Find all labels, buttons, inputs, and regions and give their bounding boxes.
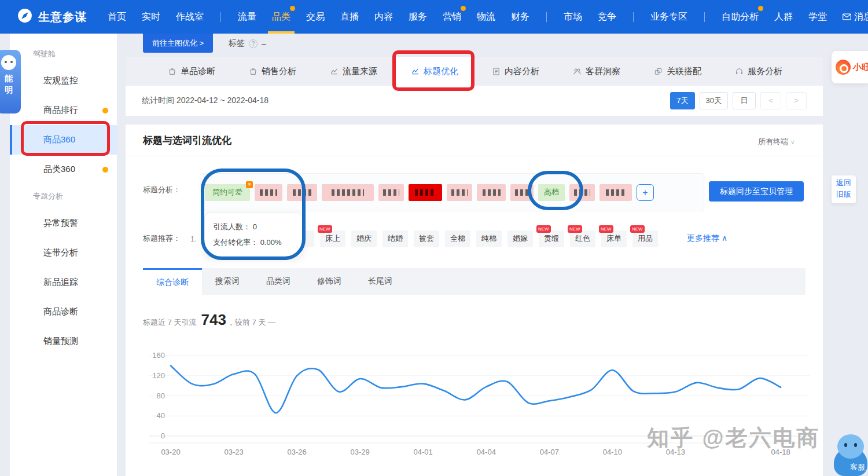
tab-customer-insight[interactable]: 客群洞察: [556, 57, 637, 86]
sidebar-item[interactable]: 商品排行: [10, 96, 117, 125]
title-keyword-tag[interactable]: ✕: [378, 184, 404, 201]
tab-related-match[interactable]: 关联搭配: [637, 57, 718, 86]
subtab[interactable]: 长尾词: [355, 268, 406, 295]
sync-title-button[interactable]: 标题同步至宝贝管理: [709, 181, 804, 202]
range-button[interactable]: 30天: [700, 92, 728, 109]
recommend-index: 1.: [190, 235, 197, 243]
title-keyword-tag[interactable]: ✕: [255, 184, 282, 201]
recommend-keyword-tag[interactable]: NEW 红色: [570, 230, 595, 247]
sidebar-item[interactable]: 异常预警: [10, 208, 117, 238]
sidebar-section-header: 专题分析: [33, 191, 63, 202]
title-keyword-tag[interactable]: ✕: [569, 184, 595, 201]
recommend-keyword-tag[interactable]: NEW 被套: [414, 230, 439, 247]
brand[interactable]: 生意参谋: [17, 8, 87, 25]
assistant-widget[interactable]: 能 明: [0, 50, 21, 113]
nav-item[interactable]: 作战室: [176, 0, 204, 34]
nav-item[interactable]: [704, 12, 705, 22]
sidebar-item[interactable]: 驾驶舱: [10, 42, 117, 66]
nav-item[interactable]: 物流: [477, 0, 495, 34]
title-keyword-tag[interactable]: ✕: [510, 184, 534, 201]
nav-item[interactable]: 营销: [443, 0, 461, 34]
recommend-keyword-tag[interactable]: NEW 结婚: [382, 230, 408, 247]
subtab[interactable]: 品类词: [253, 268, 304, 295]
sidebar-item-label: 异常预警: [43, 218, 78, 229]
nav-item[interactable]: 交易: [306, 0, 325, 34]
nav-item[interactable]: 人群: [774, 0, 793, 34]
tab-service-analysis[interactable]: 服务分析: [718, 57, 799, 86]
tab-sales-analysis[interactable]: 销售分析: [232, 57, 313, 86]
title-keyword-tag[interactable]: ✕: [287, 184, 317, 201]
tag-label: 全棉: [450, 233, 465, 244]
help-icon[interactable]: ?: [249, 39, 258, 48]
sidebar-item[interactable]: 商品360: [10, 125, 117, 155]
subtab[interactable]: 综合诊断: [143, 268, 202, 295]
recommend-keyword-tag[interactable]: NEW 婚嫁: [507, 230, 533, 247]
subtab[interactable]: 搜索词: [202, 268, 253, 295]
add-tag-button[interactable]: +: [637, 184, 654, 201]
svg-text:03-20: 03-20: [161, 448, 180, 456]
range-button[interactable]: 7天: [670, 92, 694, 109]
nav-item[interactable]: 内容: [374, 0, 393, 34]
nav-item[interactable]: 首页: [108, 0, 126, 34]
tab-title-optimization[interactable]: 标题优化: [394, 57, 475, 86]
xiaowang-plugin-badge[interactable]: 小旺: [832, 51, 868, 83]
chevron-down-icon: ∨: [790, 138, 795, 145]
recommend-keyword-tag[interactable]: NEW 婚庆: [351, 230, 377, 247]
title-keyword-tag[interactable]: 简约可爱 ✕: [205, 184, 250, 201]
title-keyword-tag[interactable]: ✕: [599, 184, 632, 201]
sidebar-item[interactable]: 专题分析: [10, 184, 117, 208]
back-to-old-version-button[interactable]: 返回 旧版: [832, 175, 856, 203]
subtab-strip: 综合诊断搜索词品类词修饰词长尾词: [143, 268, 806, 295]
tag-label: 简约可爱: [212, 187, 242, 197]
nav-item[interactable]: 市场: [564, 0, 582, 34]
sidebar-item[interactable]: 连带分析: [10, 238, 117, 268]
nav-item[interactable]: 财务: [511, 0, 529, 34]
recommend-keyword-tag[interactable]: NEW 用品: [632, 230, 658, 247]
recommend-keyword-tag[interactable]: NEW 纯棉: [476, 230, 502, 247]
recommend-keyword-tag[interactable]: NEW 床单: [601, 230, 627, 247]
nav-item[interactable]: [220, 12, 221, 22]
nav-item[interactable]: 自助分析: [722, 0, 759, 34]
customer-service-widget[interactable]: 客服: [834, 434, 867, 476]
title-keyword-tag[interactable]: 高档 ✕: [538, 184, 565, 201]
more-recommend-link[interactable]: 更多推荐 ∧: [687, 233, 727, 244]
sidebar-item[interactable]: 新品追踪: [10, 268, 117, 297]
subtab[interactable]: 修饰词: [304, 268, 355, 295]
nav-item[interactable]: 业务专区: [650, 0, 687, 34]
sidebar-item[interactable]: 销量预测: [10, 327, 117, 356]
recommend-keyword-tag[interactable]: NEW 全棉: [445, 230, 470, 247]
people-icon: [573, 67, 582, 76]
title-keyword-tag[interactable]: ✕: [477, 184, 506, 201]
sidebar-item[interactable]: 商品诊断: [10, 297, 117, 327]
sidebar: 驾驶舱 宏观监控 商品排行 商品360 品类360 专题分析: [10, 34, 117, 476]
prev-period-button[interactable]: <: [760, 92, 781, 109]
sidebar-item-label: 商品排行: [43, 105, 78, 116]
nav-item[interactable]: 实时: [142, 0, 160, 34]
title-keyword-tag[interactable]: ✕: [409, 184, 442, 201]
tab-traffic-source[interactable]: 流量来源: [313, 57, 394, 86]
nav-item[interactable]: 品类: [272, 0, 290, 34]
nav-item-label: 实时: [142, 11, 160, 23]
title-keyword-tag[interactable]: ✕: [322, 184, 374, 201]
nav-item[interactable]: [633, 12, 634, 22]
title-keyword-tag[interactable]: ✕: [447, 184, 472, 201]
terminal-filter[interactable]: 所有终端 ∨: [758, 137, 795, 147]
tab-product-diagnosis[interactable]: 单品诊断: [151, 57, 232, 86]
tab-content-analysis[interactable]: 内容分析: [475, 57, 556, 86]
recommend-keyword-tag[interactable]: NEW 贡缎: [539, 230, 564, 247]
next-period-button[interactable]: >: [786, 92, 807, 109]
nav-item[interactable]: 服务: [409, 0, 427, 34]
goto-main-pic-button[interactable]: 前往主图优化 >: [143, 34, 213, 53]
sidebar-item[interactable]: 品类360: [10, 155, 117, 184]
nav-item[interactable]: [546, 12, 547, 22]
range-button[interactable]: 日: [733, 92, 756, 109]
nav-item[interactable]: 直播: [340, 0, 359, 34]
sidebar-item[interactable]: 宏观监控: [10, 66, 117, 96]
svg-text:40: 40: [157, 411, 165, 420]
nav-item[interactable]: 学堂: [808, 0, 827, 34]
recommend-keyword-tag[interactable]: NEW 床上: [320, 230, 345, 247]
nav-item[interactable]: 消息: [843, 0, 868, 34]
tag-tooltip: 引流人数： 0 支付转化率： 0.00%: [204, 213, 303, 257]
nav-item[interactable]: 流量: [238, 0, 256, 34]
nav-item[interactable]: 竞争: [598, 0, 616, 34]
